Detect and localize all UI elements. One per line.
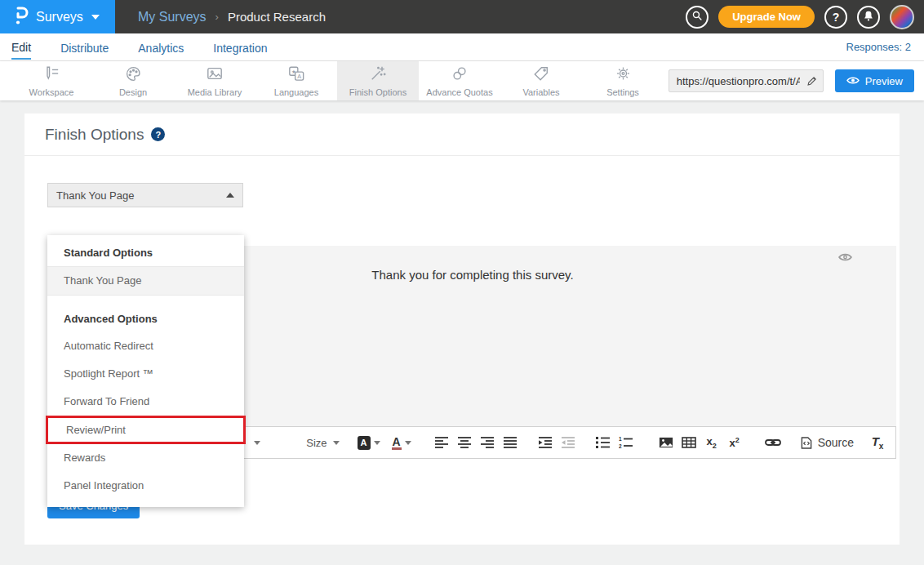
thank-you-message: Thank you for completing this survey. — [371, 268, 573, 282]
tab-media-library[interactable]: Media Library — [174, 61, 255, 100]
background-color-icon: A — [358, 436, 371, 450]
question-icon: ? — [833, 11, 840, 24]
subscript-icon: x2 — [707, 435, 717, 450]
numbered-list-button[interactable]: 12 — [615, 432, 637, 453]
svg-text:A: A — [297, 72, 301, 79]
dropdown-item-automatic-redirect[interactable]: Automatic Redirect — [47, 332, 244, 360]
tag-icon — [532, 65, 550, 85]
pencil-icon — [806, 75, 818, 87]
ribbon-right: Preview — [669, 61, 924, 100]
chevron-down-icon — [254, 441, 260, 445]
image-icon — [206, 65, 224, 85]
bell-icon — [863, 10, 874, 24]
table-icon — [682, 437, 696, 448]
svg-text:1: 1 — [619, 437, 622, 442]
source-button-label: Source — [818, 436, 854, 449]
tab-languages[interactable]: ★ A Languages — [255, 61, 337, 100]
eye-icon — [846, 75, 860, 87]
chain-links-icon — [451, 65, 469, 85]
remove-format-button[interactable]: Tx — [867, 432, 888, 453]
tab-settings[interactable]: Settings — [582, 61, 664, 100]
finish-option-select-value: Thank You Page — [56, 189, 134, 202]
edit-url-button[interactable] — [802, 70, 823, 91]
top-header: Surveys My Surveys › Product Research Up… — [0, 0, 924, 33]
tab-design[interactable]: Design — [92, 61, 174, 100]
indent-button[interactable] — [535, 432, 556, 453]
survey-url-input[interactable] — [669, 75, 802, 87]
insert-image-button[interactable] — [655, 432, 677, 453]
page-title: Finish Options — [45, 126, 144, 144]
dropdown-item-rewards[interactable]: Rewards — [47, 444, 244, 472]
palette-icon — [125, 65, 142, 85]
gear-icon — [615, 65, 632, 85]
size-combo-label: Size — [306, 437, 327, 449]
questionpro-logo-icon — [13, 6, 29, 29]
responses-count[interactable]: Responses: 2 — [846, 41, 912, 53]
brand-menu[interactable]: Surveys — [0, 0, 115, 33]
help-button[interactable]: ? — [824, 6, 847, 29]
insert-link-button[interactable] — [762, 432, 784, 453]
breadcrumb: My Surveys › Product Research — [138, 10, 326, 24]
message-visibility-toggle[interactable] — [838, 251, 852, 265]
card-body: Thank You Page Standard Options Thank Yo… — [24, 183, 900, 565]
numbered-list-icon: 12 — [619, 437, 633, 448]
tab-advance-quotas[interactable]: Advance Quotas — [419, 61, 500, 100]
nav-item-integration[interactable]: Integration — [213, 35, 267, 59]
finish-options-card: Finish Options ? Thank You Page Standard… — [24, 113, 900, 545]
breadcrumb-parent-link[interactable]: My Surveys — [138, 10, 207, 24]
tab-workspace[interactable]: Workspace — [11, 61, 92, 100]
dropdown-item-review-print[interactable]: Review/Print — [46, 416, 246, 444]
justify-button[interactable] — [500, 432, 521, 453]
subscript-button[interactable]: x2 — [701, 432, 722, 453]
align-left-button[interactable] — [431, 432, 452, 453]
avatar[interactable] — [890, 5, 914, 29]
background-color-button[interactable]: A — [358, 432, 380, 453]
nav-item-analytics[interactable]: Analytics — [138, 35, 184, 59]
align-right-button[interactable] — [477, 432, 498, 453]
eye-icon — [838, 252, 852, 262]
finish-option-dropdown: Standard Options Thank You Page Advanced… — [47, 235, 244, 507]
align-center-icon — [457, 437, 472, 448]
align-center-button[interactable] — [454, 432, 475, 453]
magic-wand-icon — [369, 65, 387, 85]
source-button[interactable]: Source — [801, 436, 854, 449]
chevron-down-icon — [333, 441, 340, 445]
text-color-button[interactable]: A — [391, 432, 412, 453]
dropdown-item-panel-integration[interactable]: Panel Integration — [47, 472, 244, 500]
insert-table-button[interactable] — [678, 432, 700, 453]
svg-text:2: 2 — [619, 443, 622, 449]
search-button[interactable] — [686, 6, 709, 29]
dropdown-item-forward-to-friend[interactable]: Forward To Friend — [47, 388, 244, 416]
breadcrumb-current: Product Research — [228, 10, 326, 24]
align-right-icon — [480, 437, 495, 448]
header-actions: Upgrade Now ? — [686, 5, 924, 29]
bullet-list-button[interactable] — [593, 432, 614, 453]
brand-menu-label: Surveys — [36, 10, 83, 24]
preview-button-label: Preview — [865, 75, 903, 87]
superscript-button[interactable]: x2 — [724, 432, 745, 453]
dropdown-item-spotlight-report[interactable]: Spotlight Report ™ — [47, 360, 244, 388]
chevron-down-icon — [405, 441, 411, 445]
size-combo[interactable]: Size — [306, 437, 339, 449]
dropdown-item-thank-you-page[interactable]: Thank You Page — [47, 266, 244, 296]
tab-finish-options[interactable]: Finish Options — [337, 61, 419, 100]
tab-variables[interactable]: Variables — [500, 61, 582, 100]
finish-option-select[interactable]: Thank You Page — [47, 183, 243, 207]
nav-item-edit[interactable]: Edit — [11, 34, 31, 60]
page-help-icon[interactable]: ? — [151, 127, 165, 141]
notifications-button[interactable] — [857, 6, 880, 29]
align-left-icon — [434, 437, 449, 448]
section-nav: Edit Distribute Analytics Integration Re… — [0, 33, 924, 61]
chevron-down-icon — [91, 15, 100, 20]
indent-icon — [538, 437, 553, 448]
upgrade-now-button[interactable]: Upgrade Now — [718, 6, 815, 28]
outdent-button[interactable] — [558, 432, 579, 453]
font-combo[interactable] — [254, 441, 260, 445]
text-color-icon: A — [392, 436, 402, 450]
nav-item-distribute[interactable]: Distribute — [60, 35, 109, 59]
preview-button[interactable]: Preview — [835, 69, 914, 92]
link-icon — [765, 438, 781, 447]
source-doc-icon — [801, 437, 812, 449]
superscript-icon: x2 — [730, 436, 740, 449]
ribbon-toolbar: Workspace Design Media Library ★ A Langu… — [0, 61, 924, 100]
